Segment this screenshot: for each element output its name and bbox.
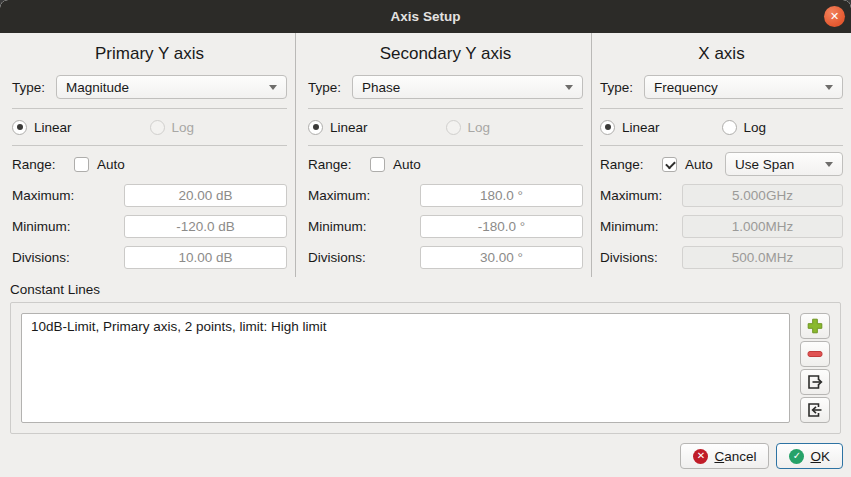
axis-setup-dialog: Axis Setup ✕ Primary Y axis Type: Magnit… — [0, 0, 851, 477]
secondary-auto-label: Auto — [393, 157, 421, 172]
titlebar: Axis Setup ✕ — [0, 0, 851, 33]
minus-icon — [805, 344, 825, 364]
plus-icon — [805, 316, 825, 336]
x-log-radio[interactable] — [722, 120, 737, 135]
primary-maximum-field[interactable]: 20.00 dB — [124, 184, 287, 207]
divider — [12, 108, 287, 109]
cancel-label: Cancel — [714, 449, 756, 464]
maximum-label: Maximum: — [12, 188, 124, 203]
divisions-label: Divisions: — [308, 250, 420, 265]
constant-lines-list[interactable]: 10dB-Limit, Primary axis, 2 points, limi… — [21, 313, 790, 423]
chevron-down-icon — [825, 162, 833, 167]
primary-linear-radio[interactable] — [12, 120, 27, 135]
secondary-y-axis-panel: Secondary Y axis Type: Phase Linear Log — [296, 33, 592, 277]
primary-log-radio — [150, 120, 165, 135]
cancel-x-icon: ✕ — [693, 449, 708, 464]
constant-lines-groupbox: 10dB-Limit, Primary axis, 2 points, limi… — [10, 302, 841, 434]
chevron-down-icon — [269, 85, 277, 90]
secondary-type-dropdown[interactable]: Phase — [352, 75, 583, 99]
minimum-label: Minimum: — [12, 219, 124, 234]
range-label: Range: — [308, 157, 370, 172]
minimum-label: Minimum: — [600, 219, 682, 234]
maximum-label: Maximum: — [308, 188, 420, 203]
primary-minimum-field[interactable]: -120.0 dB — [124, 215, 287, 238]
export-lines-button[interactable] — [800, 369, 830, 395]
primary-linear-label: Linear — [34, 120, 72, 135]
secondary-auto-checkbox[interactable] — [370, 157, 385, 172]
secondary-linear-label: Linear — [330, 120, 368, 135]
x-axis-header: X axis — [600, 43, 843, 65]
range-label: Range: — [600, 157, 662, 172]
x-divisions-field: 500.0MHz — [682, 246, 843, 269]
x-maximum-field: 5.000GHz — [682, 184, 843, 207]
type-label: Type: — [600, 80, 644, 95]
close-icon[interactable]: ✕ — [824, 6, 845, 27]
divider — [308, 145, 583, 146]
divider — [308, 108, 583, 109]
constant-lines-toolbar — [800, 313, 830, 423]
primary-auto-checkbox[interactable] — [74, 157, 89, 172]
list-item[interactable]: 10dB-Limit, Primary axis, 2 points, limi… — [22, 314, 789, 339]
dialog-title: Axis Setup — [391, 9, 461, 24]
footer: ✕ Cancel ✓ OK — [0, 434, 851, 477]
range-label: Range: — [12, 157, 74, 172]
secondary-linear-radio[interactable] — [308, 120, 323, 135]
x-log-label: Log — [744, 120, 767, 135]
primary-type-value: Magnitude — [66, 80, 129, 95]
x-axis-panel: X axis Type: Frequency Linear Log — [592, 33, 851, 277]
x-auto-label: Auto — [685, 157, 713, 172]
export-icon — [805, 372, 825, 392]
axis-columns: Primary Y axis Type: Magnitude Linear Lo… — [0, 33, 851, 277]
minimum-label: Minimum: — [308, 219, 420, 234]
ok-button[interactable]: ✓ OK — [776, 443, 843, 469]
chevron-down-icon — [565, 85, 573, 90]
secondary-y-axis-header: Secondary Y axis — [308, 43, 583, 65]
x-linear-label: Linear — [622, 120, 660, 135]
chevron-down-icon — [825, 85, 833, 90]
x-linear-radio[interactable] — [600, 120, 615, 135]
ok-label: OK — [810, 449, 830, 464]
secondary-type-value: Phase — [362, 80, 400, 95]
type-label: Type: — [308, 80, 352, 95]
divider — [600, 108, 843, 109]
primary-y-axis-panel: Primary Y axis Type: Magnitude Linear Lo… — [0, 33, 296, 277]
x-type-value: Frequency — [654, 80, 718, 95]
divisions-label: Divisions: — [600, 250, 682, 265]
cancel-button[interactable]: ✕ Cancel — [680, 443, 769, 469]
primary-log-label: Log — [172, 120, 195, 135]
import-lines-button[interactable] — [800, 397, 830, 423]
secondary-log-radio — [446, 120, 461, 135]
ok-check-icon: ✓ — [789, 449, 804, 464]
type-label: Type: — [12, 80, 56, 95]
primary-type-dropdown[interactable]: Magnitude — [56, 75, 287, 99]
divisions-label: Divisions: — [12, 250, 124, 265]
divider — [600, 145, 843, 146]
primary-auto-label: Auto — [97, 157, 125, 172]
primary-y-axis-header: Primary Y axis — [12, 43, 287, 65]
constant-lines-label: Constant Lines — [10, 282, 851, 297]
import-icon — [805, 400, 825, 420]
add-line-button[interactable] — [800, 313, 830, 339]
x-auto-checkbox[interactable] — [662, 157, 677, 172]
primary-divisions-field[interactable]: 10.00 dB — [124, 246, 287, 269]
divider — [12, 145, 287, 146]
x-minimum-field: 1.000MHz — [682, 215, 843, 238]
secondary-minimum-field[interactable]: -180.0 ° — [420, 215, 583, 238]
x-type-dropdown[interactable]: Frequency — [644, 75, 843, 99]
x-span-dropdown[interactable]: Use Span — [725, 152, 843, 176]
secondary-log-label: Log — [468, 120, 491, 135]
secondary-divisions-field[interactable]: 30.00 ° — [420, 246, 583, 269]
secondary-maximum-field[interactable]: 180.0 ° — [420, 184, 583, 207]
maximum-label: Maximum: — [600, 188, 682, 203]
remove-line-button[interactable] — [800, 341, 830, 367]
x-span-value: Use Span — [735, 157, 794, 172]
